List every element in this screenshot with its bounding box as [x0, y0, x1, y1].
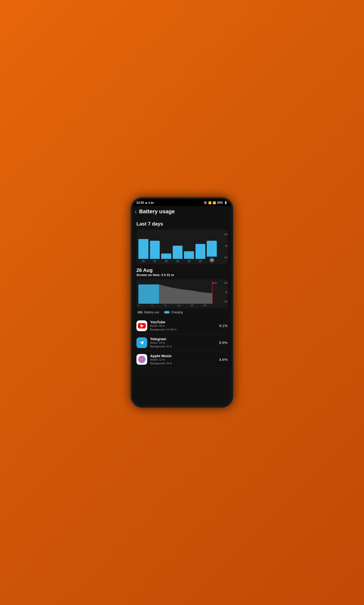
applemusic-percent: 4.6% — [219, 357, 228, 362]
status-icons: ▶ ⊖ ⊞ • — [145, 202, 155, 204]
bar-label-23: 23 — [176, 260, 179, 263]
weekly-section: Last 7 days 20212223242526 100 50 0% — [136, 221, 228, 264]
battery-svg — [138, 282, 226, 304]
youtube-percent: 9.1% — [219, 323, 228, 328]
youtube-info: YouTube Active: 40 m Background: 4 h 30 … — [150, 320, 217, 332]
x-12: 12 — [178, 304, 191, 307]
weekly-title: Last 7 days — [136, 221, 228, 227]
battery-y-axis: 100 50 0% — [224, 282, 228, 303]
daily-date: 26 Aug — [136, 268, 228, 273]
bar-label-26: 26 — [209, 258, 214, 263]
bar-21 — [150, 241, 160, 259]
bar-label-25: 25 — [199, 260, 202, 263]
bar-group-20: 20 — [138, 239, 148, 263]
bat-y-100: 100 — [224, 282, 228, 284]
telegram-icon — [136, 337, 147, 348]
bar-20 — [138, 239, 148, 259]
yt-red-bg — [138, 323, 146, 328]
page-title: Battery usage — [139, 208, 175, 215]
applemusic-svg: ♪ — [138, 355, 146, 363]
applemusic-icon: ♪ — [136, 354, 147, 365]
battery-icon: 🔋 — [224, 201, 228, 204]
wifi-icon: 📶 — [208, 201, 212, 204]
youtube-name: YouTube — [150, 320, 217, 324]
daily-section: 26 Aug Screen on time: 3 h 31 m Now — [136, 268, 228, 314]
legend-gray-dot — [137, 311, 143, 313]
signal-icon: 📶 — [213, 201, 216, 204]
battery-chart: Now — [138, 282, 226, 304]
y-100: 100 — [224, 233, 228, 236]
dnd-icon: ⊖ — [148, 202, 150, 204]
youtube-background: Background: 4 h 30 m — [150, 328, 217, 331]
screen-record-icon: ⊞ — [151, 202, 153, 204]
bar-group-24: 24 — [184, 251, 194, 263]
back-button[interactable]: ‹ — [135, 209, 137, 215]
status-right: 🔇 📶 📶 25% 🔋 — [204, 201, 228, 204]
x-20: 20 — [204, 304, 217, 307]
applemusic-name: Apple Music — [150, 354, 217, 358]
youtube-active: Active: 40 m — [150, 324, 217, 328]
x-4: 4 — [151, 304, 164, 307]
x-0: 0 — [138, 304, 151, 307]
bat-y-50: 50 — [224, 291, 228, 294]
bar-25 — [195, 244, 206, 259]
status-left: 22:55 ▶ ⊖ ⊞ • — [136, 201, 154, 204]
bar-23 — [173, 246, 183, 259]
x-16: 16 — [191, 304, 204, 307]
bar-group-25: 25 — [195, 244, 206, 263]
weekly-chart: 20212223242526 — [138, 233, 226, 263]
y-0: 0% — [224, 256, 228, 259]
battery-x-axis: 0 4 8 12 16 20 — [138, 304, 226, 307]
bar-label-20: 20 — [142, 260, 145, 263]
bar-group-23: 23 — [173, 246, 183, 263]
applemusic-active: Active: 12 m — [150, 358, 217, 362]
weekly-chart-wrapper: 20212223242526 100 50 0% — [136, 230, 228, 264]
bar-label-24: 24 — [188, 260, 190, 263]
y-50: 50 — [225, 245, 228, 247]
bar-label-21: 21 — [153, 260, 156, 263]
battery-chart-wrapper: Now 100 50 0% — [136, 279, 228, 308]
telegram-name: Telegram — [150, 337, 217, 341]
telegram-svg — [138, 339, 145, 346]
svg-marker-1 — [138, 284, 159, 304]
svg-text:♪: ♪ — [141, 357, 143, 361]
bar-24 — [184, 251, 194, 259]
app-list: YouTube Active: 40 m Background: 4 h 30 … — [136, 317, 228, 368]
main-content[interactable]: Last 7 days 20212223242526 100 50 0% 26 … — [132, 217, 232, 406]
status-bar: 22:55 ▶ ⊖ ⊞ • 🔇 📶 📶 25% 🔋 — [132, 199, 232, 206]
bar-label-22: 22 — [165, 260, 168, 263]
bar-group-21: 21 — [150, 241, 160, 263]
screen-on-time: Screen on time: 3 h 31 m — [136, 273, 228, 277]
app-item-telegram[interactable]: Telegram Active: 54 m Background: 41 m 8… — [136, 334, 228, 351]
legend-battery-use: Battery use — [137, 310, 159, 314]
bar-22 — [161, 254, 171, 259]
top-bar: ‹ Battery usage — [132, 206, 232, 217]
legend-charging-label: Charging — [171, 310, 183, 314]
mute-icon: 🔇 — [204, 201, 207, 204]
x-8: 8 — [165, 304, 178, 307]
now-label: Now — [212, 282, 217, 284]
svg-marker-2 — [159, 284, 212, 304]
weekly-y-axis: 100 50 0% — [224, 233, 228, 259]
telegram-info: Telegram Active: 54 m Background: 41 m — [150, 337, 217, 349]
telegram-background: Background: 41 m — [150, 345, 217, 348]
yt-play-triangle — [141, 324, 144, 327]
youtube-icon — [136, 320, 147, 331]
applemusic-background: Background: 34 m — [150, 362, 217, 365]
app-item-applemusic[interactable]: ♪ Apple Music Active: 12 m Background: 3… — [136, 351, 228, 368]
telegram-percent: 8.9% — [219, 340, 228, 345]
app-item-youtube[interactable]: YouTube Active: 40 m Background: 4 h 30 … — [136, 317, 228, 334]
legend-battery-label: Battery use — [144, 310, 159, 314]
bar-group-22: 22 — [161, 254, 171, 263]
legend: Battery use Charging — [136, 310, 228, 314]
bar-group-26: 26 — [207, 241, 217, 263]
phone-frame: 22:55 ▶ ⊖ ⊞ • 🔇 📶 📶 25% 🔋 ‹ Battery usag… — [130, 197, 234, 408]
bar-26 — [207, 241, 217, 257]
battery-percent: 25% — [217, 201, 223, 204]
phone-screen: 22:55 ▶ ⊖ ⊞ • 🔇 📶 📶 25% 🔋 ‹ Battery usag… — [132, 199, 232, 406]
telegram-active: Active: 54 m — [150, 341, 217, 345]
legend-charging: Charging — [164, 310, 183, 314]
applemusic-info: Apple Music Active: 12 m Background: 34 … — [150, 354, 217, 365]
bat-y-0: 0% — [224, 300, 228, 303]
status-time: 22:55 — [136, 201, 144, 204]
